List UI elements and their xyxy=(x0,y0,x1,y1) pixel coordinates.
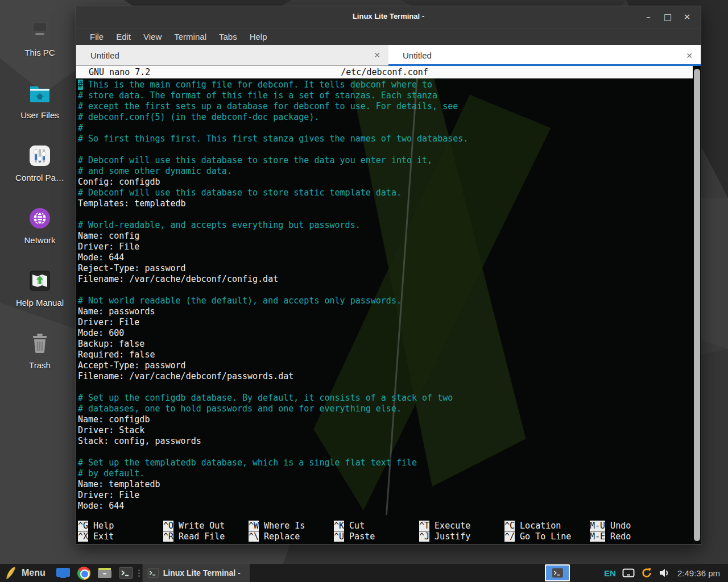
computer-icon xyxy=(26,17,53,44)
shortcut-key: ^\ xyxy=(249,531,259,542)
shortcut-key: ^X xyxy=(78,531,88,542)
shortcut-label: Paste xyxy=(344,531,375,542)
config-value-line: Name: templatedb xyxy=(78,479,692,490)
blank-line xyxy=(78,447,692,458)
shortcut-label: Where Is xyxy=(259,521,305,531)
desktop-icon-trash[interactable]: Trash xyxy=(10,330,69,370)
tab-bar: Untitled ✕ Untitled ✕ xyxy=(76,45,701,66)
shortcut-key: ^T xyxy=(419,521,429,531)
shortcut-key: ^C xyxy=(504,521,515,531)
config-comment-line: # store data. The format of this file is… xyxy=(78,90,692,101)
config-value-line: Filename: /var/cache/debconf/config.dat xyxy=(78,274,692,285)
nano-shortcut: M-U Undo xyxy=(590,521,675,531)
config-comment-line: # Set up the templatedb database, which … xyxy=(78,458,692,468)
nano-edit-buffer[interactable]: # This is the main config file for debco… xyxy=(78,80,692,512)
blank-line xyxy=(78,285,692,296)
blank-line xyxy=(78,144,692,155)
globe-icon xyxy=(26,205,53,232)
nano-shortcut: ^W Where Is xyxy=(249,521,334,531)
close-button[interactable]: ✕ xyxy=(681,12,693,22)
terminal-launcher[interactable] xyxy=(115,564,136,582)
config-value-line: Reject-Type: password xyxy=(78,263,692,274)
blank-line xyxy=(78,382,692,393)
shortcut-label: Go To Line xyxy=(515,531,571,542)
menu-terminal[interactable]: Terminal xyxy=(168,32,213,41)
config-comment-line: # World-readable, and accepts everything… xyxy=(78,220,692,231)
config-value-line: Config: configdb xyxy=(78,177,692,188)
desktop-icon-control-panel[interactable]: Control Pa… xyxy=(10,142,69,182)
menu-help[interactable]: Help xyxy=(243,32,274,41)
menu-tabs[interactable]: Tabs xyxy=(213,32,243,41)
config-comment-line: # by default. xyxy=(78,468,692,479)
task-button-label: Linux Lite Terminal - xyxy=(163,568,241,577)
show-desktop-button[interactable] xyxy=(52,564,74,582)
minimize-button[interactable]: – xyxy=(643,12,654,22)
chrome-icon xyxy=(77,567,90,580)
chrome-launcher[interactable] xyxy=(74,564,94,582)
tab-untitled-2[interactable]: Untitled ✕ xyxy=(388,45,701,66)
taskbar: Menu xyxy=(0,564,728,582)
volume-tray[interactable] xyxy=(657,564,672,582)
start-menu-button[interactable] xyxy=(0,564,20,582)
config-value-line: Required: false xyxy=(78,350,692,360)
taskbar-handle[interactable] xyxy=(136,564,142,582)
shortcut-key: M-U xyxy=(590,521,605,531)
config-value-line: Driver: File xyxy=(78,490,692,501)
file-manager-launcher[interactable] xyxy=(94,564,115,582)
menu-view[interactable]: View xyxy=(137,32,168,41)
tab-close-icon[interactable]: ✕ xyxy=(686,51,693,60)
terminal-icon xyxy=(552,568,564,578)
nano-shortcut: ^O Write Out xyxy=(163,521,249,531)
config-comment-line: # databases, one to hold passwords and o… xyxy=(78,404,692,414)
shortcut-label: Write Out xyxy=(173,521,225,531)
manual-book-icon xyxy=(26,267,53,294)
nano-cursor: # xyxy=(78,80,83,90)
desktop-icon-network[interactable]: Network xyxy=(10,205,69,245)
shortcut-label: Justify xyxy=(429,531,470,542)
nano-shortcut: ^J Justify xyxy=(419,531,504,542)
shortcut-key: M-E xyxy=(590,531,605,542)
menu-file[interactable]: File xyxy=(84,32,110,41)
updates-refresh-icon xyxy=(640,567,653,579)
config-comment-line: # Debconf will use this database to stor… xyxy=(78,188,692,198)
config-value-line: Templates: templatedb xyxy=(78,198,692,209)
config-value-line: Driver: Stack xyxy=(78,425,692,436)
maximize-button[interactable]: □ xyxy=(662,12,673,22)
menu-bar: File Edit View Terminal Tabs Help xyxy=(76,28,701,45)
start-menu-label[interactable]: Menu xyxy=(20,564,52,582)
desktop-icon-help-manual[interactable]: Help Manual xyxy=(10,267,69,307)
tab-close-icon[interactable]: ✕ xyxy=(374,51,380,60)
shortcut-label: Help xyxy=(88,521,114,531)
blank-line xyxy=(78,209,692,220)
shortcut-key: ^G xyxy=(78,521,88,531)
task-button-terminal[interactable]: Linux Lite Terminal - xyxy=(142,564,250,582)
nano-shortcut: ^T Execute xyxy=(419,521,504,531)
terminal-screen[interactable]: GNU nano 7.2 /etc/debconf.conf # This is… xyxy=(76,66,701,544)
config-value-line: Stack: config, passwords xyxy=(78,436,692,447)
terminal-scrollbar[interactable] xyxy=(694,69,700,541)
nano-file-path: /etc/debconf.conf xyxy=(76,67,693,77)
shortcut-label: Undo xyxy=(605,521,631,531)
desktop-icon-label: Trash xyxy=(10,360,69,370)
updates-tray[interactable] xyxy=(639,564,655,582)
desktop-icon-user-files[interactable]: User Files xyxy=(10,80,69,120)
nano-shortcut: M-E Redo xyxy=(590,531,675,542)
keyboard-layout-indicator[interactable]: EN xyxy=(602,568,618,578)
display-settings-tray[interactable] xyxy=(621,564,636,582)
shortcut-key: ^R xyxy=(163,531,173,542)
tab-untitled-1[interactable]: Untitled ✕ xyxy=(76,45,388,66)
menu-edit[interactable]: Edit xyxy=(110,32,137,41)
display-icon xyxy=(622,568,635,578)
config-value-line: Mode: 600 xyxy=(78,328,692,339)
shortcut-label: Execute xyxy=(429,521,470,531)
nano-shortcut: ^K Cut xyxy=(334,521,419,531)
desktop-icon-this-pc[interactable]: This PC xyxy=(10,17,69,57)
desktop-icon-label: This PC xyxy=(10,48,69,57)
config-value-line: Mode: 644 xyxy=(78,501,692,512)
tray-terminal-button[interactable] xyxy=(545,564,570,581)
nano-shortcut: ^G Help xyxy=(78,521,163,531)
window-titlebar[interactable]: Linux Lite Terminal - – □ ✕ xyxy=(76,6,701,28)
shortcut-label: Read File xyxy=(173,531,225,542)
config-comment-line: # Not world readable (the default), and … xyxy=(78,296,692,306)
taskbar-clock[interactable]: 2:49:36 pm xyxy=(674,568,725,578)
